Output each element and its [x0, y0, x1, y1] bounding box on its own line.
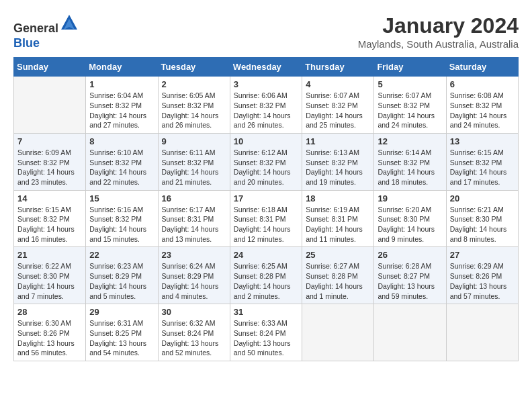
day-info: Sunrise: 6:20 AMSunset: 8:30 PMDaylight:…	[378, 205, 442, 244]
day-info: Sunrise: 6:18 AMSunset: 8:31 PMDaylight:…	[234, 205, 298, 244]
weekday-tuesday: Tuesday	[158, 58, 230, 77]
day-info: Sunrise: 6:31 AMSunset: 8:25 PMDaylight:…	[89, 318, 154, 358]
calendar-cell: 4 Sunrise: 6:07 AMSunset: 8:32 PMDayligh…	[302, 77, 374, 134]
day-info: Sunrise: 6:15 AMSunset: 8:32 PMDaylight:…	[450, 148, 515, 187]
calendar-cell: 30 Sunrise: 6:32 AMSunset: 8:24 PMDaylig…	[158, 304, 230, 361]
day-info: Sunrise: 6:30 AMSunset: 8:26 PMDaylight:…	[17, 318, 82, 358]
day-number: 1	[89, 79, 154, 89]
calendar-cell: 5 Sunrise: 6:07 AMSunset: 8:32 PMDayligh…	[374, 77, 446, 134]
day-info: Sunrise: 6:11 AMSunset: 8:32 PMDaylight:…	[162, 148, 226, 187]
day-info: Sunrise: 6:16 AMSunset: 8:32 PMDaylight:…	[89, 205, 154, 244]
calendar-cell: 8 Sunrise: 6:10 AMSunset: 8:32 PMDayligh…	[86, 133, 158, 190]
calendar-cell: 16 Sunrise: 6:17 AMSunset: 8:31 PMDaylig…	[158, 190, 230, 247]
day-info: Sunrise: 6:06 AMSunset: 8:32 PMDaylight:…	[234, 91, 298, 130]
logo: General Blue	[13, 13, 79, 50]
day-info: Sunrise: 6:25 AMSunset: 8:28 PMDaylight:…	[234, 261, 298, 301]
calendar-cell: 25 Sunrise: 6:27 AMSunset: 8:28 PMDaylig…	[302, 247, 374, 304]
logo-general: General	[13, 21, 58, 35]
day-number: 30	[162, 307, 226, 317]
logo-text: General Blue	[13, 13, 79, 50]
calendar-cell: 11 Sunrise: 6:13 AMSunset: 8:32 PMDaylig…	[302, 133, 374, 190]
day-number: 17	[234, 193, 298, 203]
day-info: Sunrise: 6:23 AMSunset: 8:29 PMDaylight:…	[89, 261, 154, 301]
calendar-cell	[446, 304, 518, 361]
day-info: Sunrise: 6:24 AMSunset: 8:29 PMDaylight:…	[162, 261, 226, 301]
calendar-cell: 6 Sunrise: 6:08 AMSunset: 8:32 PMDayligh…	[446, 77, 518, 134]
day-info: Sunrise: 6:07 AMSunset: 8:32 PMDaylight:…	[306, 91, 370, 130]
day-info: Sunrise: 6:13 AMSunset: 8:32 PMDaylight:…	[306, 148, 370, 187]
calendar-cell: 26 Sunrise: 6:28 AMSunset: 8:27 PMDaylig…	[374, 247, 446, 304]
day-info: Sunrise: 6:05 AMSunset: 8:32 PMDaylight:…	[162, 91, 226, 130]
day-number: 31	[234, 307, 298, 317]
day-info: Sunrise: 6:04 AMSunset: 8:32 PMDaylight:…	[89, 91, 154, 130]
day-number: 24	[234, 250, 298, 260]
day-info: Sunrise: 6:32 AMSunset: 8:24 PMDaylight:…	[162, 318, 226, 358]
day-number: 5	[378, 79, 442, 89]
calendar-cell: 9 Sunrise: 6:11 AMSunset: 8:32 PMDayligh…	[158, 133, 230, 190]
day-info: Sunrise: 6:09 AMSunset: 8:32 PMDaylight:…	[17, 148, 82, 187]
day-number: 29	[89, 307, 154, 317]
day-info: Sunrise: 6:12 AMSunset: 8:32 PMDaylight:…	[234, 148, 298, 187]
calendar-cell: 13 Sunrise: 6:15 AMSunset: 8:32 PMDaylig…	[446, 133, 518, 190]
calendar-cell: 31 Sunrise: 6:33 AMSunset: 8:24 PMDaylig…	[230, 304, 302, 361]
day-number: 2	[162, 79, 226, 89]
day-number: 13	[450, 136, 515, 146]
day-number: 4	[306, 79, 370, 89]
title-block: January 2024 Maylands, South Australia, …	[358, 13, 519, 50]
day-number: 23	[162, 250, 226, 260]
day-number: 11	[306, 136, 370, 146]
day-number: 18	[306, 193, 370, 203]
calendar-cell: 20 Sunrise: 6:21 AMSunset: 8:30 PMDaylig…	[446, 190, 518, 247]
weekday-sunday: Sunday	[14, 58, 86, 77]
day-number: 3	[234, 79, 298, 89]
page-header: General Blue January 2024 Maylands, Sout…	[13, 13, 519, 50]
day-number: 15	[89, 193, 154, 203]
calendar-cell: 14 Sunrise: 6:15 AMSunset: 8:32 PMDaylig…	[14, 190, 86, 247]
day-number: 27	[450, 250, 515, 260]
calendar-cell: 23 Sunrise: 6:24 AMSunset: 8:29 PMDaylig…	[158, 247, 230, 304]
calendar-cell: 21 Sunrise: 6:22 AMSunset: 8:30 PMDaylig…	[14, 247, 86, 304]
day-info: Sunrise: 6:07 AMSunset: 8:32 PMDaylight:…	[378, 91, 442, 130]
day-number: 21	[17, 250, 82, 260]
day-number: 26	[378, 250, 442, 260]
day-number: 12	[378, 136, 442, 146]
calendar-week-5: 28 Sunrise: 6:30 AMSunset: 8:26 PMDaylig…	[14, 304, 519, 361]
day-number: 19	[378, 193, 442, 203]
weekday-friday: Friday	[374, 58, 446, 77]
calendar-week-1: 1 Sunrise: 6:04 AMSunset: 8:32 PMDayligh…	[14, 77, 519, 134]
weekday-saturday: Saturday	[446, 58, 518, 77]
day-number: 22	[89, 250, 154, 260]
calendar-cell: 24 Sunrise: 6:25 AMSunset: 8:28 PMDaylig…	[230, 247, 302, 304]
day-number: 20	[450, 193, 515, 203]
day-number: 10	[234, 136, 298, 146]
month-year: January 2024	[358, 13, 519, 38]
calendar-cell: 18 Sunrise: 6:19 AMSunset: 8:31 PMDaylig…	[302, 190, 374, 247]
day-number: 28	[17, 307, 82, 317]
calendar-cell: 3 Sunrise: 6:06 AMSunset: 8:32 PMDayligh…	[230, 77, 302, 134]
weekday-monday: Monday	[86, 58, 158, 77]
weekday-thursday: Thursday	[302, 58, 374, 77]
calendar-cell: 29 Sunrise: 6:31 AMSunset: 8:25 PMDaylig…	[86, 304, 158, 361]
day-info: Sunrise: 6:08 AMSunset: 8:32 PMDaylight:…	[450, 91, 515, 130]
day-info: Sunrise: 6:29 AMSunset: 8:26 PMDaylight:…	[450, 261, 515, 301]
day-info: Sunrise: 6:14 AMSunset: 8:32 PMDaylight:…	[378, 148, 442, 187]
day-number: 7	[17, 136, 82, 146]
calendar-cell: 1 Sunrise: 6:04 AMSunset: 8:32 PMDayligh…	[86, 77, 158, 134]
calendar-cell: 15 Sunrise: 6:16 AMSunset: 8:32 PMDaylig…	[86, 190, 158, 247]
location: Maylands, South Australia, Australia	[358, 38, 519, 50]
calendar-cell: 28 Sunrise: 6:30 AMSunset: 8:26 PMDaylig…	[14, 304, 86, 361]
logo-blue: Blue	[13, 36, 40, 50]
weekday-header-row: SundayMondayTuesdayWednesdayThursdayFrid…	[14, 58, 519, 77]
calendar-cell: 27 Sunrise: 6:29 AMSunset: 8:26 PMDaylig…	[446, 247, 518, 304]
day-number: 16	[162, 193, 226, 203]
logo-icon	[60, 13, 79, 32]
calendar-cell: 22 Sunrise: 6:23 AMSunset: 8:29 PMDaylig…	[86, 247, 158, 304]
calendar-cell: 7 Sunrise: 6:09 AMSunset: 8:32 PMDayligh…	[14, 133, 86, 190]
day-info: Sunrise: 6:27 AMSunset: 8:28 PMDaylight:…	[306, 261, 370, 301]
day-info: Sunrise: 6:22 AMSunset: 8:30 PMDaylight:…	[17, 261, 82, 301]
day-number: 14	[17, 193, 82, 203]
day-info: Sunrise: 6:21 AMSunset: 8:30 PMDaylight:…	[450, 205, 515, 244]
calendar-cell	[374, 304, 446, 361]
day-info: Sunrise: 6:15 AMSunset: 8:32 PMDaylight:…	[17, 205, 82, 244]
calendar-cell: 10 Sunrise: 6:12 AMSunset: 8:32 PMDaylig…	[230, 133, 302, 190]
